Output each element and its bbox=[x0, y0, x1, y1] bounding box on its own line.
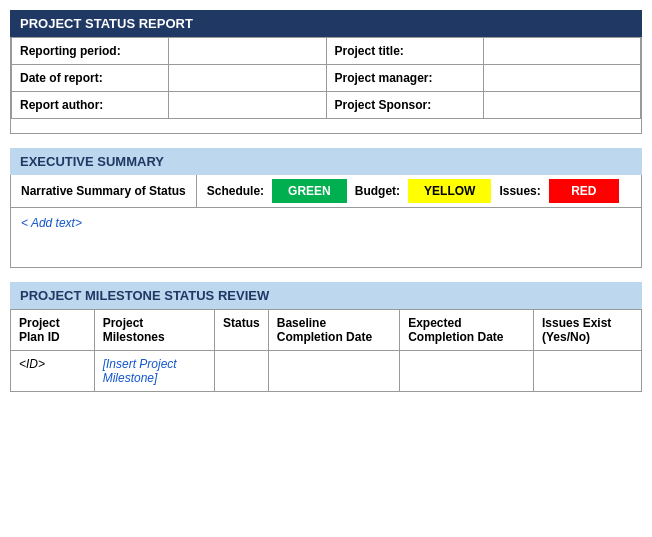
project-title-value[interactable] bbox=[483, 38, 640, 65]
milestone-name[interactable]: [Insert Project Milestone] bbox=[94, 351, 214, 392]
report-author-value[interactable] bbox=[169, 92, 326, 119]
project-status-header-block: PROJECT STATUS REPORT Reporting period: … bbox=[10, 10, 642, 134]
milestone-expected[interactable] bbox=[400, 351, 534, 392]
add-text-area[interactable]: < Add text> bbox=[10, 208, 642, 268]
status-indicators: Schedule: GREEN Budget: YELLOW Issues: R… bbox=[197, 175, 641, 207]
milestone-baseline[interactable] bbox=[268, 351, 399, 392]
col-status: Status bbox=[215, 310, 269, 351]
issues-label: Issues: bbox=[495, 184, 544, 198]
project-sponsor-label: Project Sponsor: bbox=[326, 92, 483, 119]
main-title-text: PROJECT STATUS REPORT bbox=[20, 16, 193, 31]
add-text-placeholder: < Add text> bbox=[21, 216, 82, 230]
milestone-header: PROJECT MILESTONE STATUS REVIEW bbox=[10, 282, 642, 309]
date-of-report-label: Date of report: bbox=[12, 65, 169, 92]
reporting-period-value[interactable] bbox=[169, 38, 326, 65]
info-row-1: Reporting period: Project title: bbox=[12, 38, 641, 65]
executive-summary-header: EXECUTIVE SUMMARY bbox=[10, 148, 642, 175]
info-table-wrapper: Reporting period: Project title: Date of… bbox=[10, 37, 642, 134]
reporting-period-label: Reporting period: bbox=[12, 38, 169, 65]
project-manager-label: Project manager: bbox=[326, 65, 483, 92]
col-issues-exist: Issues Exist (Yes/No) bbox=[533, 310, 641, 351]
info-table: Reporting period: Project title: Date of… bbox=[11, 37, 641, 119]
milestone-issues[interactable] bbox=[533, 351, 641, 392]
milestone-section: PROJECT MILESTONE STATUS REVIEW Project … bbox=[10, 282, 642, 392]
status-row: Narrative Summary of Status Schedule: GR… bbox=[10, 175, 642, 208]
table-row: <ID>[Insert Project Milestone] bbox=[11, 351, 642, 392]
project-manager-value[interactable] bbox=[483, 65, 640, 92]
col-baseline-completion: Baseline Completion Date bbox=[268, 310, 399, 351]
milestone-plan-id[interactable]: <ID> bbox=[11, 351, 95, 392]
budget-label: Budget: bbox=[351, 184, 404, 198]
col-plan-id: Project Plan ID bbox=[11, 310, 95, 351]
project-sponsor-value[interactable] bbox=[483, 92, 640, 119]
main-title: PROJECT STATUS REPORT bbox=[10, 10, 642, 37]
milestone-table: Project Plan ID Project Milestones Statu… bbox=[10, 309, 642, 392]
col-expected-completion: Expected Completion Date bbox=[400, 310, 534, 351]
narrative-summary-label: Narrative Summary of Status bbox=[11, 175, 197, 207]
milestone-header-row: Project Plan ID Project Milestones Statu… bbox=[11, 310, 642, 351]
report-author-label: Report author: bbox=[12, 92, 169, 119]
info-row-2: Date of report: Project manager: bbox=[12, 65, 641, 92]
budget-badge[interactable]: YELLOW bbox=[408, 179, 491, 203]
issues-badge[interactable]: RED bbox=[549, 179, 619, 203]
info-row-3: Report author: Project Sponsor: bbox=[12, 92, 641, 119]
date-of-report-value[interactable] bbox=[169, 65, 326, 92]
milestone-status[interactable] bbox=[215, 351, 269, 392]
col-milestones: Project Milestones bbox=[94, 310, 214, 351]
executive-summary-section: EXECUTIVE SUMMARY Narrative Summary of S… bbox=[10, 148, 642, 268]
schedule-label: Schedule: bbox=[203, 184, 268, 198]
project-title-label: Project title: bbox=[326, 38, 483, 65]
schedule-badge[interactable]: GREEN bbox=[272, 179, 347, 203]
